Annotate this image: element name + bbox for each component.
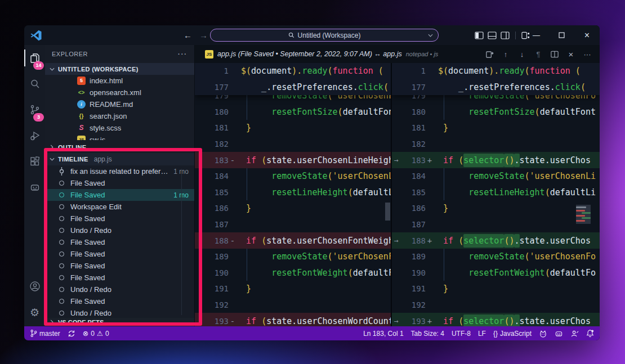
timeline-item[interactable]: File Saved bbox=[45, 260, 194, 272]
file-name: sw.js bbox=[90, 136, 105, 140]
vscode-pets-section-header[interactable]: VS CODE PETS bbox=[45, 318, 194, 326]
code-line-186[interactable]: 186 } bbox=[392, 200, 600, 217]
close-window-button[interactable]: × bbox=[574, 25, 600, 45]
code-line-191[interactable]: 191 } bbox=[195, 281, 391, 297]
split-editor-icon[interactable] bbox=[550, 50, 559, 59]
git-branch-item[interactable]: master bbox=[30, 329, 60, 338]
code-line-180[interactable]: 180 resetFontSize(defaultFont bbox=[195, 104, 391, 120]
notifications-bell-icon[interactable] bbox=[586, 329, 594, 338]
cursor-position-item[interactable]: Ln 183, Col 1 bbox=[363, 330, 403, 338]
code-line-188[interactable]: 188- if (state.userChosenFontWeigh bbox=[195, 232, 391, 249]
code-line-189[interactable]: 189 removeState('userChosenFo bbox=[392, 249, 600, 265]
timeline-item[interactable]: File Saved bbox=[45, 272, 194, 284]
pets-cat-icon[interactable] bbox=[539, 330, 547, 338]
toggle-secondary-sidebar-icon[interactable] bbox=[501, 32, 510, 39]
file-item-opensearch.xml[interactable]: <>opensearch.xml bbox=[45, 87, 194, 98]
timeline-item[interactable]: Undo / Redo bbox=[45, 224, 194, 236]
code-line-190[interactable]: 190 resetFontWeight(defaultFo bbox=[195, 265, 391, 281]
encoding-item[interactable]: UTF-8 bbox=[452, 330, 471, 338]
eol-item[interactable]: LF bbox=[478, 330, 486, 338]
file-item-search.json[interactable]: {}search.json bbox=[45, 110, 194, 122]
code-line-188[interactable]: →188+ if (selector().state.userChos bbox=[392, 232, 600, 249]
diff-editor: JS app.js (File Saved • September 2, 202… bbox=[195, 45, 600, 326]
code-line-190[interactable]: 190 resetFontWeight(defaultFo bbox=[392, 265, 600, 281]
code-line-185[interactable]: 185 resetLineHeight(defaultLi bbox=[195, 185, 391, 201]
code-line-1[interactable]: 1$(document).ready(function ( bbox=[392, 63, 600, 79]
code-line-184[interactable]: 184 removeState('userChosenLi bbox=[392, 168, 600, 185]
code-line-184[interactable]: 184 removeState('userChosenLi bbox=[195, 168, 391, 185]
pets-robot-icon[interactable] bbox=[555, 330, 563, 338]
code-line-186[interactable]: 186 } bbox=[195, 200, 391, 217]
scrollbar-thumb[interactable] bbox=[385, 203, 390, 221]
minimize-button[interactable]: — bbox=[524, 25, 549, 45]
code-line-1[interactable]: 1$(document).ready(function ( bbox=[195, 63, 391, 79]
timeline-item[interactable]: File Saved bbox=[45, 213, 194, 224]
timeline-item[interactable]: Undo / Redo bbox=[45, 307, 194, 319]
tab-size-item[interactable]: Tab Size: 4 bbox=[411, 330, 444, 338]
previous-change-icon[interactable]: ↑ bbox=[501, 50, 510, 59]
timeline-item[interactable]: Undo / Redo bbox=[45, 284, 194, 295]
file-item-sw.js[interactable]: JSsw.js bbox=[45, 134, 194, 140]
overview-ruler[interactable] bbox=[576, 205, 591, 224]
code-line-183[interactable]: →183+ if (selector().state.userChos bbox=[392, 152, 600, 168]
timeline-item[interactable]: File Saved bbox=[45, 177, 194, 189]
next-change-icon[interactable]: ↓ bbox=[517, 50, 526, 59]
problems-item[interactable]: ⊗ 0 ⚠ 0 bbox=[83, 329, 109, 338]
code-line-177[interactable]: 177 _.resetPreferences.click( bbox=[195, 79, 391, 96]
account-icon[interactable] bbox=[24, 273, 45, 299]
render-whitespace-icon[interactable]: ¶ bbox=[534, 50, 543, 59]
more-actions-icon[interactable]: ··· bbox=[178, 51, 188, 57]
timeline-item[interactable]: File Saved bbox=[45, 236, 194, 248]
sidebar-item-run-debug[interactable] bbox=[24, 123, 45, 149]
timeline-item[interactable]: File Saved bbox=[45, 295, 194, 307]
code-line-185[interactable]: 185 resetLineHeight(defaultLi bbox=[392, 185, 600, 201]
file-item-README.md[interactable]: iREADME.md bbox=[45, 98, 194, 110]
command-center-search[interactable]: Untitled (Workspace) bbox=[210, 29, 439, 42]
sidebar-item-explorer[interactable]: 14 bbox=[24, 45, 45, 71]
timeline-section-header[interactable]: TIMELINE app.js bbox=[45, 153, 194, 165]
code-line-189[interactable]: 189 removeState('userChosenFo bbox=[195, 249, 391, 265]
navigate-back-icon[interactable]: ← bbox=[184, 30, 192, 40]
outline-section-header[interactable]: OUTLINE bbox=[45, 141, 194, 153]
code-line-192[interactable]: 192 bbox=[392, 297, 600, 313]
file-item-style.scss[interactable]: Sstyle.scss bbox=[45, 122, 194, 134]
code-line-182[interactable]: 182 bbox=[392, 136, 600, 152]
code-line-187[interactable]: 187 bbox=[195, 217, 391, 233]
code-line-182[interactable]: 182 bbox=[195, 136, 391, 152]
feedback-icon[interactable] bbox=[570, 330, 579, 338]
sync-changes-item[interactable] bbox=[68, 330, 75, 338]
more-actions-icon[interactable]: ··· bbox=[583, 50, 592, 59]
maximize-button[interactable] bbox=[549, 25, 574, 45]
code-line-181[interactable]: 181 } bbox=[195, 120, 391, 136]
timeline-item[interactable]: File Saved1 mo bbox=[45, 189, 194, 201]
code-line-193[interactable]: 193- if (state.userChosenWordCount bbox=[195, 313, 391, 326]
original-pane[interactable]: 179 removeState('userChosenFo180 resetFo… bbox=[195, 63, 392, 326]
close-tab-icon[interactable]: × bbox=[566, 50, 575, 59]
settings-gear-icon[interactable]: ⚙ bbox=[24, 299, 45, 325]
timeline-item[interactable]: fix an issue related to prefere...1 mo bbox=[45, 165, 194, 177]
open-changes-icon[interactable] bbox=[485, 50, 494, 59]
code-line-180[interactable]: 180 resetFontSize(defaultFont bbox=[392, 104, 600, 120]
source-control-badge: 3 bbox=[33, 113, 44, 122]
toggle-panel-icon[interactable] bbox=[488, 32, 497, 39]
file-item-index.html[interactable]: 5index.html bbox=[45, 75, 194, 87]
code-line-192[interactable]: 192 bbox=[195, 297, 391, 313]
sidebar-item-search[interactable] bbox=[24, 71, 45, 97]
navigate-forward-icon[interactable]: → bbox=[199, 30, 208, 40]
workspace-section-header[interactable]: UNTITLED (WORKSPACE) bbox=[45, 63, 194, 75]
toggle-primary-sidebar-icon[interactable] bbox=[475, 32, 484, 39]
sidebar-item-source-control[interactable]: 3 bbox=[24, 97, 45, 123]
code-line-187[interactable]: 187 bbox=[392, 217, 600, 233]
code-line-183[interactable]: 183- if (state.userChosenLineHeigh bbox=[195, 152, 391, 168]
code-line-177[interactable]: 177 _.resetPreferences.click( bbox=[392, 79, 600, 96]
sidebar-item-vscode-pets[interactable] bbox=[24, 174, 45, 200]
sidebar-item-extensions[interactable] bbox=[24, 149, 45, 174]
code-line-191[interactable]: 191 } bbox=[392, 281, 600, 297]
tab-title[interactable]: app.js (File Saved • September 2, 2022, … bbox=[217, 50, 402, 58]
code-line-181[interactable]: 181 } bbox=[392, 120, 600, 136]
timeline-item[interactable]: File Saved bbox=[45, 248, 194, 260]
timeline-item[interactable]: Workspace Edit bbox=[45, 201, 194, 213]
language-mode-item[interactable]: {} JavaScript bbox=[493, 330, 532, 338]
modified-pane[interactable]: 179 removeState('userChosenFo180 resetFo… bbox=[392, 63, 600, 326]
code-line-193[interactable]: →193+ if (selector().state.userChos bbox=[392, 313, 600, 326]
